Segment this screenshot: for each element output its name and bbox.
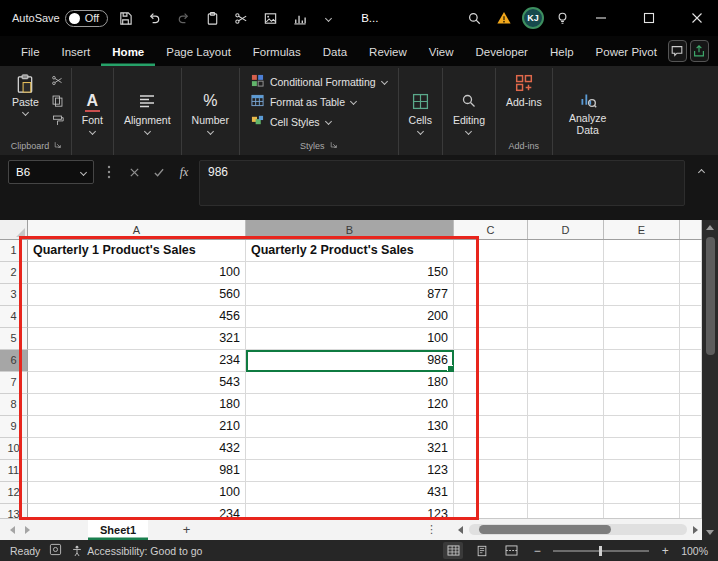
cell-A11[interactable]: 981 (28, 460, 246, 482)
cell-B3[interactable]: 877 (246, 284, 454, 306)
cell-E9[interactable] (604, 416, 680, 438)
cell-F10[interactable] (680, 438, 702, 460)
scroll-right-icon[interactable] (693, 526, 698, 534)
cell-D11[interactable] (528, 460, 604, 482)
zoom-in-button[interactable]: + (658, 544, 672, 558)
cell-B9[interactable]: 130 (246, 416, 454, 438)
font-button[interactable]: A Font (76, 87, 109, 136)
row-header-11[interactable]: 11 (0, 460, 28, 482)
format-painter-icon[interactable] (49, 112, 67, 128)
cell-C3[interactable] (454, 284, 528, 306)
cell-A7[interactable]: 543 (28, 372, 246, 394)
cell-F2[interactable] (680, 262, 702, 284)
cell-E2[interactable] (604, 262, 680, 284)
comments-button[interactable] (668, 40, 687, 62)
picture-icon[interactable] (258, 6, 282, 30)
cancel-icon[interactable] (124, 160, 144, 184)
cell-A6[interactable]: 234 (28, 350, 246, 372)
cell-C8[interactable] (454, 394, 528, 416)
vertical-scrollbar-thumb[interactable] (706, 237, 715, 355)
cell-E13[interactable] (604, 504, 680, 518)
row-header-13[interactable]: 13 (0, 504, 28, 518)
page-layout-view-icon[interactable] (472, 542, 492, 559)
cell-E5[interactable] (604, 328, 680, 350)
cell-C13[interactable] (454, 504, 528, 518)
zoom-slider[interactable] (553, 550, 649, 552)
cell-F13[interactable] (680, 504, 702, 518)
cell-E3[interactable] (604, 284, 680, 306)
cell-B4[interactable]: 200 (246, 306, 454, 328)
cell-F1[interactable] (680, 240, 702, 262)
tab-power-pivot[interactable]: Power Pivot (585, 39, 668, 66)
macro-record-icon[interactable] (49, 543, 62, 558)
cell-C7[interactable] (454, 372, 528, 394)
row-header-2[interactable]: 2 (0, 262, 28, 284)
cell-C12[interactable] (454, 482, 528, 504)
accessibility-status[interactable]: Accessibility: Good to go (71, 545, 202, 557)
cell-B1[interactable]: Quarterly 2 Product's Sales (246, 240, 454, 262)
cell-F5[interactable] (680, 328, 702, 350)
cell-D4[interactable] (528, 306, 604, 328)
column-header-D[interactable]: D (528, 220, 604, 239)
column-header-E[interactable]: E (604, 220, 680, 239)
search-icon[interactable] (462, 6, 486, 30)
tab-insert[interactable]: Insert (51, 39, 102, 66)
formula-input[interactable]: 986 (199, 160, 685, 206)
mini-copy-icon[interactable] (49, 92, 67, 108)
cell-C6[interactable] (454, 350, 528, 372)
minimize-button[interactable] (580, 0, 622, 36)
cell-A9[interactable]: 210 (28, 416, 246, 438)
tab-page-layout[interactable]: Page Layout (155, 39, 242, 66)
cell-D13[interactable] (528, 504, 604, 518)
cell-B8[interactable]: 120 (246, 394, 454, 416)
formula-bar-collapse-icon[interactable] (690, 160, 712, 184)
autosave-toggle[interactable]: Off (65, 10, 108, 27)
save-icon[interactable] (113, 6, 137, 30)
tabbar-more-icon[interactable]: ⋮ (426, 523, 452, 536)
cell-D6[interactable] (528, 350, 604, 372)
cell-E8[interactable] (604, 394, 680, 416)
tab-file[interactable]: File (10, 39, 51, 66)
cell-C5[interactable] (454, 328, 528, 350)
scroll-left-icon[interactable] (458, 526, 463, 534)
alignment-button[interactable]: Alignment (118, 87, 177, 136)
scroll-up-icon[interactable] (706, 220, 714, 235)
vertical-scrollbar[interactable] (702, 220, 718, 540)
cell-E10[interactable] (604, 438, 680, 460)
tab-developer[interactable]: Developer (465, 39, 539, 66)
clipboard-icon[interactable] (200, 6, 224, 30)
row-header-6[interactable]: 6 (0, 350, 28, 372)
cell-F6[interactable] (680, 350, 702, 372)
tab-formulas[interactable]: Formulas (242, 39, 312, 66)
cell-A13[interactable]: 234 (28, 504, 246, 518)
cell-F4[interactable] (680, 306, 702, 328)
next-sheet-icon[interactable] (25, 526, 30, 534)
row-header-4[interactable]: 4 (0, 306, 28, 328)
zoom-out-button[interactable]: − (530, 544, 544, 558)
maximize-button[interactable] (628, 0, 670, 36)
column-header-C[interactable]: C (454, 220, 528, 239)
cell-E4[interactable] (604, 306, 680, 328)
row-header-8[interactable]: 8 (0, 394, 28, 416)
normal-view-icon[interactable] (443, 542, 463, 559)
horizontal-scrollbar-thumb[interactable] (479, 525, 611, 534)
sheet-nav-arrows[interactable] (0, 526, 40, 534)
cell-D5[interactable] (528, 328, 604, 350)
cell-F11[interactable] (680, 460, 702, 482)
column-header-B[interactable]: B (246, 220, 454, 239)
mini-cut-icon[interactable] (49, 72, 67, 88)
redo-icon[interactable] (171, 6, 195, 30)
column-header-A[interactable]: A (28, 220, 246, 239)
cell-A2[interactable]: 100 (28, 262, 246, 284)
tab-home[interactable]: Home (101, 39, 155, 66)
tab-data[interactable]: Data (312, 39, 358, 66)
cell-A10[interactable]: 432 (28, 438, 246, 460)
row-header-3[interactable]: 3 (0, 284, 28, 306)
cell-B13[interactable]: 123 (246, 504, 454, 518)
name-box[interactable]: B6 (8, 160, 94, 184)
cell-C4[interactable] (454, 306, 528, 328)
cell-E12[interactable] (604, 482, 680, 504)
page-break-view-icon[interactable] (501, 542, 521, 559)
enter-icon[interactable] (149, 160, 169, 184)
addins-button[interactable]: Add-ins (500, 69, 548, 111)
